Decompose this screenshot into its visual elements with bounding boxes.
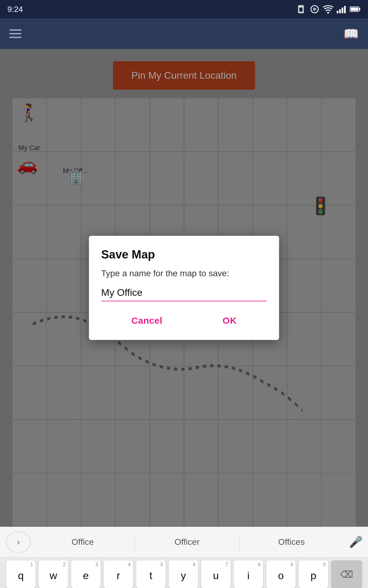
suggestions-list: Office Officer Offices (31, 534, 343, 550)
key-o[interactable]: 9o (266, 560, 296, 588)
keyboard: 1q 2w 3e 4r 5t 6y 7u 8i 9o 0p ⌫ (0, 557, 368, 588)
backspace-key[interactable]: ⌫ (331, 560, 362, 588)
hamburger-menu[interactable] (9, 29, 21, 38)
dialog-input-wrap (101, 285, 267, 301)
key-y[interactable]: 6y (169, 560, 198, 588)
svg-rect-5 (337, 11, 338, 13)
svg-point-3 (313, 8, 316, 11)
key-i[interactable]: 8i (234, 560, 263, 588)
cancel-button[interactable]: Cancel (119, 311, 174, 331)
book-icon[interactable]: 📖 (343, 27, 359, 41)
main-content: Pin My Current Location (0, 49, 368, 527)
status-time: 9:24 (7, 5, 23, 14)
suggestion-officer[interactable]: Officer (135, 534, 239, 550)
sim-card-icon (297, 4, 307, 14)
battery-icon (350, 6, 361, 13)
dialog-label: Type a name for the map to save: (101, 269, 267, 278)
key-w[interactable]: 2w (39, 560, 68, 588)
suggestion-expand-button[interactable]: › (6, 531, 31, 553)
save-map-dialog: Save Map Type a name for the map to save… (89, 236, 279, 340)
key-p[interactable]: 0p (299, 560, 328, 588)
key-r[interactable]: 4r (104, 560, 133, 588)
key-u[interactable]: 7u (201, 560, 231, 588)
map-name-input[interactable] (101, 285, 267, 301)
dialog-overlay: Save Map Type a name for the map to save… (0, 49, 368, 527)
ok-button[interactable]: OK (210, 311, 249, 331)
suggestion-offices[interactable]: Offices (240, 534, 343, 550)
keyboard-suggestions: › Office Officer Offices 🎤 (0, 527, 368, 557)
status-icons (297, 4, 361, 14)
key-t[interactable]: 5t (136, 560, 166, 588)
dialog-actions: Cancel OK (101, 311, 267, 331)
svg-rect-1 (299, 8, 303, 12)
svg-rect-7 (342, 8, 343, 13)
svg-point-4 (327, 12, 329, 13)
key-q[interactable]: 1q (6, 560, 36, 588)
svg-rect-6 (339, 9, 341, 13)
suggestion-office[interactable]: Office (31, 534, 135, 550)
dialog-title: Save Map (101, 248, 267, 261)
wifi-icon (323, 5, 334, 13)
svg-rect-8 (344, 6, 346, 13)
keyboard-row-1: 1q 2w 3e 4r 5t 6y 7u 8i 9o 0p ⌫ (3, 560, 365, 588)
mic-icon[interactable]: 🎤 (343, 536, 368, 548)
status-bar: 9:24 (0, 0, 368, 18)
svg-rect-10 (359, 8, 360, 10)
signal-icon (337, 5, 347, 13)
app-bar: 📖 (0, 18, 368, 49)
svg-rect-11 (351, 8, 358, 11)
key-e[interactable]: 3e (71, 560, 101, 588)
circle-icon (310, 4, 320, 14)
